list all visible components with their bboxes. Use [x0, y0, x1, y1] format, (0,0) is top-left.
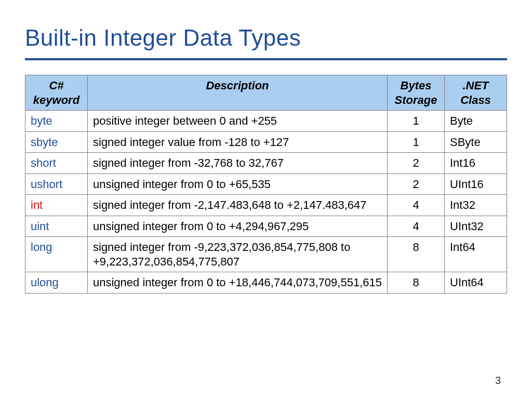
table-row: longsigned integer from -9,223,372,036,8… [25, 237, 507, 272]
table-row: shortsigned integer from -32,768 to 32,7… [25, 153, 507, 174]
cell-net-class: UInt16 [445, 174, 507, 195]
cell-bytes: 2 [388, 174, 445, 195]
cell-net-class: Int64 [445, 237, 507, 272]
cell-bytes: 8 [388, 272, 445, 294]
cell-description: unsigned integer from 0 to +4,294,967,29… [88, 216, 388, 237]
slide-title: Built-in Integer Data Types [25, 25, 507, 51]
cell-keyword: short [25, 153, 88, 174]
cell-keyword: long [25, 237, 88, 272]
cell-net-class: UInt32 [445, 216, 507, 237]
col-header-bytes: Bytes Storage [388, 75, 445, 111]
table-row: ulongunsigned integer from 0 to +18,446,… [25, 272, 507, 294]
cell-bytes: 2 [388, 153, 445, 174]
cell-description: signed integer value from -128 to +127 [88, 131, 388, 153]
cell-keyword: byte [25, 111, 88, 132]
table-row: bytepositive integer between 0 and +2551… [25, 111, 507, 132]
cell-net-class: Int16 [445, 153, 507, 174]
table-row: sbytesigned integer value from -128 to +… [25, 131, 507, 153]
cell-bytes: 1 [388, 131, 445, 153]
cell-net-class: UInt64 [445, 272, 507, 294]
cell-net-class: Int32 [445, 195, 507, 216]
cell-keyword: sbyte [25, 131, 88, 153]
cell-bytes: 1 [388, 111, 445, 132]
cell-description: positive integer between 0 and +255 [88, 111, 388, 132]
cell-bytes: 4 [388, 195, 445, 216]
cell-net-class: SByte [445, 131, 507, 153]
page-number: 3 [495, 375, 501, 387]
cell-net-class: Byte [445, 111, 507, 132]
table-row: uintunsigned integer from 0 to +4,294,96… [25, 216, 507, 237]
cell-description: signed integer from -9,223,372,036,854,7… [88, 237, 388, 272]
col-header-net: .NET Class [445, 75, 507, 111]
cell-bytes: 8 [388, 237, 445, 272]
table-row: intsigned integer from -2,147.483,648 to… [25, 195, 507, 216]
title-rule [25, 58, 507, 60]
cell-description: unsigned integer from 0 to +65,535 [88, 174, 388, 195]
cell-keyword: int [25, 195, 88, 216]
cell-description: signed integer from -2,147.483,648 to +2… [88, 195, 388, 216]
col-header-keyword: C# keyword [25, 75, 88, 111]
cell-description: signed integer from -32,768 to 32,767 [88, 153, 388, 174]
cell-keyword: uint [25, 216, 88, 237]
integer-types-table: C# keyword Description Bytes Storage .NE… [25, 75, 507, 294]
table-row: ushortunsigned integer from 0 to +65,535… [25, 174, 507, 195]
slide: Built-in Integer Data Types C# keyword D… [0, 0, 532, 399]
col-header-description: Description [88, 75, 388, 111]
table-header-row: C# keyword Description Bytes Storage .NE… [25, 75, 507, 111]
cell-keyword: ushort [25, 174, 88, 195]
cell-keyword: ulong [25, 272, 88, 294]
cell-description: unsigned integer from 0 to +18,446,744,0… [88, 272, 388, 294]
cell-bytes: 4 [388, 216, 445, 237]
